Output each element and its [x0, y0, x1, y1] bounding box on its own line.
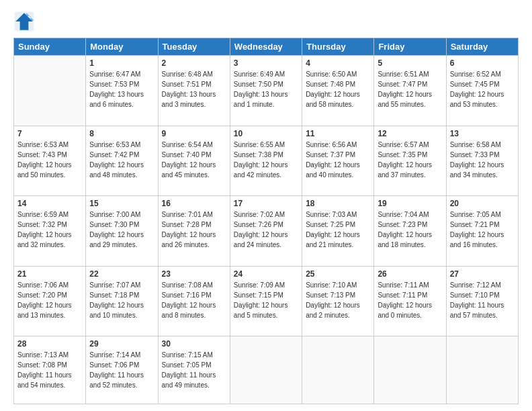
day-info: Sunrise: 6:57 AMSunset: 7:35 PMDaylight:… — [378, 140, 442, 180]
day-cell — [446, 336, 518, 404]
day-number: 20 — [450, 199, 515, 208]
day-cell: 12Sunrise: 6:57 AMSunset: 7:35 PMDayligh… — [374, 126, 446, 196]
day-cell: 11Sunrise: 6:56 AMSunset: 7:37 PMDayligh… — [302, 126, 374, 196]
day-number: 16 — [162, 199, 226, 208]
day-cell: 16Sunrise: 7:01 AMSunset: 7:28 PMDayligh… — [158, 196, 230, 267]
day-cell: 15Sunrise: 7:00 AMSunset: 7:30 PMDayligh… — [86, 196, 158, 267]
day-info: Sunrise: 7:00 AMSunset: 7:30 PMDaylight:… — [89, 210, 154, 250]
day-number: 9 — [162, 129, 226, 138]
day-cell: 9Sunrise: 6:54 AMSunset: 7:40 PMDaylight… — [158, 126, 230, 196]
day-number: 13 — [450, 129, 515, 138]
day-info: Sunrise: 7:03 AMSunset: 7:25 PMDaylight:… — [306, 210, 370, 250]
day-info: Sunrise: 6:51 AMSunset: 7:47 PMDaylight:… — [378, 69, 442, 109]
day-info: Sunrise: 7:01 AMSunset: 7:28 PMDaylight:… — [162, 210, 226, 250]
day-number: 14 — [17, 199, 82, 208]
day-info: Sunrise: 7:04 AMSunset: 7:23 PMDaylight:… — [378, 210, 442, 250]
day-cell: 27Sunrise: 7:12 AMSunset: 7:10 PMDayligh… — [446, 266, 518, 336]
day-header-monday: Monday — [86, 38, 158, 56]
day-cell: 19Sunrise: 7:04 AMSunset: 7:23 PMDayligh… — [374, 196, 446, 267]
day-number: 4 — [306, 58, 370, 68]
day-cell: 28Sunrise: 7:13 AMSunset: 7:08 PMDayligh… — [14, 336, 86, 404]
day-number: 29 — [89, 339, 154, 349]
day-number: 6 — [450, 58, 515, 68]
day-cell: 7Sunrise: 6:53 AMSunset: 7:43 PMDaylight… — [14, 126, 86, 196]
day-info: Sunrise: 6:55 AMSunset: 7:38 PMDaylight:… — [234, 140, 298, 180]
day-cell — [374, 336, 446, 404]
day-cell: 5Sunrise: 6:51 AMSunset: 7:47 PMDaylight… — [374, 56, 446, 126]
day-number: 2 — [162, 58, 226, 68]
day-cell: 24Sunrise: 7:09 AMSunset: 7:15 PMDayligh… — [230, 266, 302, 336]
day-cell: 14Sunrise: 6:59 AMSunset: 7:32 PMDayligh… — [14, 196, 86, 267]
calendar: SundayMondayTuesdayWednesdayThursdayFrid… — [13, 38, 519, 404]
day-cell: 30Sunrise: 7:15 AMSunset: 7:05 PMDayligh… — [158, 336, 230, 404]
day-header-saturday: Saturday — [446, 38, 518, 56]
day-number: 23 — [162, 269, 226, 279]
day-cell: 22Sunrise: 7:07 AMSunset: 7:18 PMDayligh… — [86, 266, 158, 336]
day-header-wednesday: Wednesday — [230, 38, 302, 56]
logo-icon — [13, 11, 35, 32]
day-number: 21 — [17, 269, 82, 279]
day-cell: 8Sunrise: 6:53 AMSunset: 7:42 PMDaylight… — [86, 126, 158, 196]
day-cell: 3Sunrise: 6:49 AMSunset: 7:50 PMDaylight… — [230, 56, 302, 126]
logo — [13, 11, 39, 32]
week-row-1: 7Sunrise: 6:53 AMSunset: 7:43 PMDaylight… — [14, 126, 519, 196]
day-cell: 18Sunrise: 7:03 AMSunset: 7:25 PMDayligh… — [302, 196, 374, 267]
day-info: Sunrise: 6:52 AMSunset: 7:45 PMDaylight:… — [450, 69, 515, 109]
day-number: 7 — [17, 129, 82, 138]
week-row-0: 1Sunrise: 6:47 AMSunset: 7:53 PMDaylight… — [14, 56, 519, 126]
day-number: 15 — [89, 199, 154, 208]
day-cell: 1Sunrise: 6:47 AMSunset: 7:53 PMDaylight… — [86, 56, 158, 126]
day-number: 26 — [378, 269, 442, 279]
day-number: 10 — [234, 129, 298, 138]
week-row-2: 14Sunrise: 6:59 AMSunset: 7:32 PMDayligh… — [14, 196, 519, 267]
day-info: Sunrise: 7:10 AMSunset: 7:13 PMDaylight:… — [306, 280, 370, 320]
day-cell — [230, 336, 302, 404]
day-info: Sunrise: 7:08 AMSunset: 7:16 PMDaylight:… — [162, 280, 226, 320]
day-number: 25 — [306, 269, 370, 279]
day-info: Sunrise: 7:02 AMSunset: 7:26 PMDaylight:… — [234, 210, 298, 250]
day-cell: 20Sunrise: 7:05 AMSunset: 7:21 PMDayligh… — [446, 196, 518, 267]
day-number: 28 — [17, 339, 82, 349]
day-info: Sunrise: 7:06 AMSunset: 7:20 PMDaylight:… — [17, 280, 82, 320]
day-number: 30 — [162, 339, 226, 349]
day-cell: 17Sunrise: 7:02 AMSunset: 7:26 PMDayligh… — [230, 196, 302, 267]
day-header-sunday: Sunday — [14, 38, 86, 56]
day-info: Sunrise: 6:50 AMSunset: 7:48 PMDaylight:… — [306, 69, 370, 109]
day-number: 24 — [234, 269, 298, 279]
day-cell: 29Sunrise: 7:14 AMSunset: 7:06 PMDayligh… — [86, 336, 158, 404]
day-number: 17 — [234, 199, 298, 208]
day-info: Sunrise: 7:09 AMSunset: 7:15 PMDaylight:… — [234, 280, 298, 320]
day-number: 1 — [89, 58, 154, 68]
day-cell: 2Sunrise: 6:48 AMSunset: 7:51 PMDaylight… — [158, 56, 230, 126]
day-info: Sunrise: 7:12 AMSunset: 7:10 PMDaylight:… — [450, 280, 515, 320]
day-info: Sunrise: 7:11 AMSunset: 7:11 PMDaylight:… — [378, 280, 442, 320]
day-number: 5 — [378, 58, 442, 68]
day-info: Sunrise: 6:56 AMSunset: 7:37 PMDaylight:… — [306, 140, 370, 180]
day-header-friday: Friday — [374, 38, 446, 56]
day-cell: 25Sunrise: 7:10 AMSunset: 7:13 PMDayligh… — [302, 266, 374, 336]
day-info: Sunrise: 7:13 AMSunset: 7:08 PMDaylight:… — [17, 350, 82, 390]
day-cell: 26Sunrise: 7:11 AMSunset: 7:11 PMDayligh… — [374, 266, 446, 336]
day-cell: 23Sunrise: 7:08 AMSunset: 7:16 PMDayligh… — [158, 266, 230, 336]
day-info: Sunrise: 6:58 AMSunset: 7:33 PMDaylight:… — [450, 140, 515, 180]
day-info: Sunrise: 6:47 AMSunset: 7:53 PMDaylight:… — [89, 69, 154, 109]
day-cell: 21Sunrise: 7:06 AMSunset: 7:20 PMDayligh… — [14, 266, 86, 336]
week-row-3: 21Sunrise: 7:06 AMSunset: 7:20 PMDayligh… — [14, 266, 519, 336]
header — [13, 11, 519, 32]
day-info: Sunrise: 7:05 AMSunset: 7:21 PMDaylight:… — [450, 210, 515, 250]
day-number: 11 — [306, 129, 370, 138]
day-cell: 6Sunrise: 6:52 AMSunset: 7:45 PMDaylight… — [446, 56, 518, 126]
day-info: Sunrise: 6:48 AMSunset: 7:51 PMDaylight:… — [162, 69, 226, 109]
day-info: Sunrise: 7:07 AMSunset: 7:18 PMDaylight:… — [89, 280, 154, 320]
day-cell: 4Sunrise: 6:50 AMSunset: 7:48 PMDaylight… — [302, 56, 374, 126]
day-number: 22 — [89, 269, 154, 279]
day-number: 18 — [306, 199, 370, 208]
day-header-row: SundayMondayTuesdayWednesdayThursdayFrid… — [14, 38, 519, 56]
day-header-thursday: Thursday — [302, 38, 374, 56]
week-row-4: 28Sunrise: 7:13 AMSunset: 7:08 PMDayligh… — [14, 336, 519, 404]
day-number: 3 — [234, 58, 298, 68]
day-info: Sunrise: 6:53 AMSunset: 7:42 PMDaylight:… — [89, 140, 154, 180]
day-number: 27 — [450, 269, 515, 279]
day-number: 12 — [378, 129, 442, 138]
day-cell — [14, 56, 86, 126]
